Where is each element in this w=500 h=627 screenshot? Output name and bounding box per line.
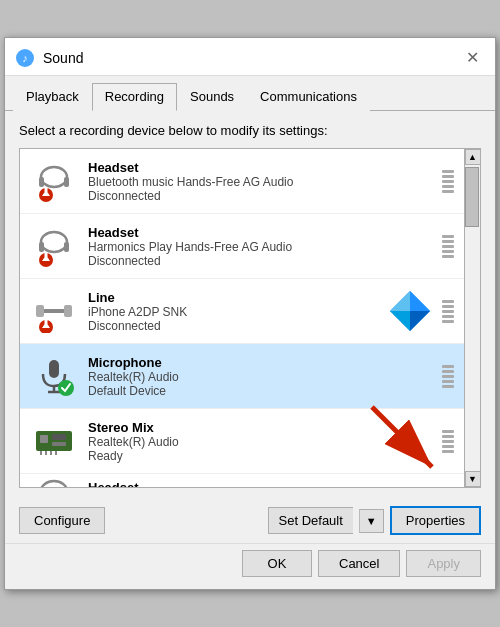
device-name: Headset [88,480,454,487]
device-detail: iPhone A2DP SNK [88,305,436,319]
svg-rect-16 [64,305,72,317]
windows-logo-overlay [386,287,434,338]
svg-rect-31 [52,434,66,440]
svg-marker-21 [410,291,430,311]
list-item[interactable]: Headset Bluetooth music Hands-Free AG Au… [20,149,464,214]
scroll-down-arrow[interactable]: ▼ [465,471,481,487]
svg-text:♪: ♪ [22,52,28,64]
scroll-up-arrow[interactable]: ▲ [465,149,481,165]
svg-rect-15 [36,305,44,317]
device-info: Headset Harmonics Play Hands-Free AG Aud… [88,225,436,268]
tab-recording[interactable]: Recording [92,83,177,111]
device-info: Headset VEXTRON NORDIC Hands-Free AG Aud… [88,480,454,487]
tab-content: Select a recording device below to modif… [5,111,495,498]
svg-point-2 [41,167,67,187]
svg-rect-13 [45,252,48,257]
list-item[interactable]: Line iPhone A2DP SNK Disconnected [20,279,464,344]
tab-sounds[interactable]: Sounds [177,83,247,111]
tab-playback[interactable]: Playback [13,83,92,111]
list-item[interactable]: Headset Harmonics Play Hands-Free AG Aud… [20,214,464,279]
device-icon-microphone [30,352,78,400]
tab-bar: Playback Recording Sounds Communications [5,76,495,111]
scroll-thumb[interactable] [465,167,479,227]
svg-marker-22 [410,311,430,331]
window-title: Sound [43,50,461,66]
title-bar: ♪ Sound ✕ [5,38,495,76]
device-icon-headset2 [30,222,78,270]
device-info: Headset Bluetooth music Hands-Free AG Au… [88,160,436,203]
svg-rect-32 [52,442,66,446]
list-item[interactable]: Headset VEXTRON NORDIC Hands-Free AG Aud… [20,474,464,487]
sound-title-icon: ♪ [15,48,35,68]
list-item[interactable]: Stereo Mix Realtek(R) Audio Ready [20,409,464,474]
device-name: Line [88,290,436,305]
device-status: Disconnected [88,189,436,203]
cancel-button[interactable]: Cancel [318,550,400,577]
device-detail: Realtek(R) Audio [88,370,436,384]
device-status: Disconnected [88,319,436,333]
device-detail: Harmonics Play Hands-Free AG Audio [88,240,436,254]
svg-rect-10 [64,242,69,252]
svg-rect-3 [39,177,44,187]
sound-dialog: ♪ Sound ✕ Playback Recording Sounds Comm… [4,37,496,590]
svg-rect-7 [45,187,48,192]
svg-point-8 [41,232,67,252]
device-name: Microphone [88,355,436,370]
svg-rect-9 [39,242,44,252]
ok-button[interactable]: OK [242,550,312,577]
device-status: Default Device [88,384,436,398]
signal-bars [442,235,454,258]
svg-marker-23 [390,311,410,331]
svg-rect-4 [64,177,69,187]
device-detail: Bluetooth music Hands-Free AG Audio [88,175,436,189]
device-name: Stereo Mix [88,420,436,435]
instruction-text: Select a recording device below to modif… [19,123,481,138]
device-icon-headset3 [30,474,78,487]
device-icon-stereo [30,417,78,465]
set-default-button[interactable]: Set Default [268,507,353,534]
apply-button[interactable]: Apply [406,550,481,577]
signal-bars [442,430,454,453]
svg-rect-19 [45,319,48,324]
device-info: Microphone Realtek(R) Audio Default Devi… [88,355,436,398]
action-buttons-row: Configure Set Default ▼ Properties [5,498,495,543]
svg-rect-30 [40,435,48,443]
device-list-container: Headset Bluetooth music Hands-Free AG Au… [19,148,481,488]
device-icon-headset1 [30,157,78,205]
device-info: Stereo Mix Realtek(R) Audio Ready [88,420,436,463]
footer-buttons: OK Cancel Apply [5,543,495,589]
scrollbar[interactable]: ▲ ▼ [464,149,480,487]
svg-rect-25 [49,360,59,378]
device-icon-line [30,287,78,335]
signal-bars [442,300,454,323]
close-button[interactable]: ✕ [461,47,483,69]
signal-bars [442,170,454,193]
scroll-track[interactable] [465,165,480,471]
signal-bars [442,365,454,388]
svg-point-37 [41,481,67,488]
properties-button[interactable]: Properties [390,506,481,535]
device-info: Line iPhone A2DP SNK Disconnected [88,290,436,333]
device-status: Ready [88,449,436,463]
device-list: Headset Bluetooth music Hands-Free AG Au… [20,149,464,487]
tab-communications[interactable]: Communications [247,83,370,111]
list-item[interactable]: Microphone Realtek(R) Audio Default Devi… [20,344,464,409]
set-default-dropdown[interactable]: ▼ [359,509,384,533]
device-status: Disconnected [88,254,436,268]
device-name: Headset [88,160,436,175]
device-detail: Realtek(R) Audio [88,435,436,449]
configure-button[interactable]: Configure [19,507,105,534]
device-name: Headset [88,225,436,240]
svg-marker-24 [390,291,410,311]
